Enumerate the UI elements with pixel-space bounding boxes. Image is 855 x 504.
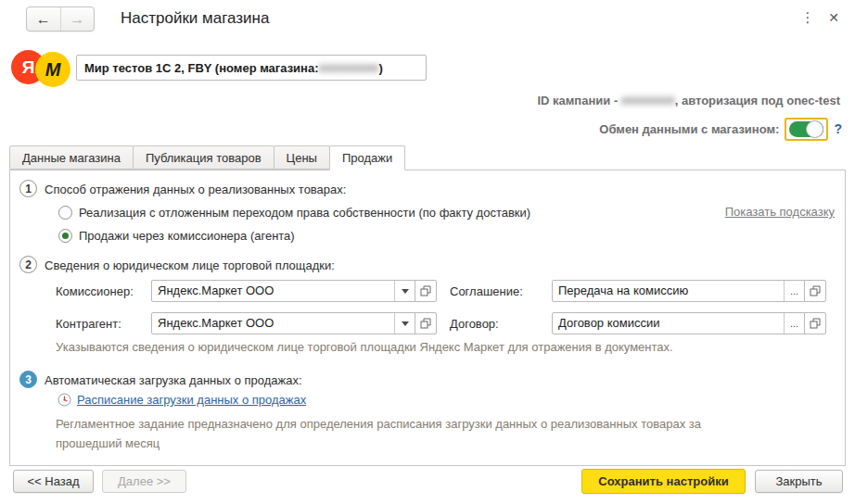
- store-name-text: Мир тестов 1С 2, FBY (номер магазина:: [84, 61, 319, 75]
- forward-button[interactable]: →: [61, 7, 95, 31]
- dogovor-field-group: Договор комиссии ...: [552, 312, 826, 334]
- chevron-down-icon: [402, 321, 409, 326]
- sales-schedule-link[interactable]: Расписание загрузки данных о продажах: [77, 393, 306, 407]
- campaign-suffix: , авторизация под onec-test: [675, 94, 840, 107]
- komissioner-input[interactable]: Яндекс.Маркет ООО: [152, 281, 394, 301]
- komissioner-dropdown-button[interactable]: [394, 281, 415, 301]
- back-button[interactable]: ←: [27, 7, 61, 31]
- soglashenie-label: Соглашение:: [450, 284, 523, 298]
- chevron-down-icon: [402, 289, 409, 294]
- store-name-suffix: ): [379, 61, 383, 75]
- market-letter: М: [45, 59, 61, 81]
- close-window-button[interactable]: Закрыть: [755, 470, 843, 493]
- soglashenie-select-button[interactable]: ...: [784, 281, 804, 301]
- dogovor-label: Договор:: [450, 317, 499, 331]
- step-3-badge: 3: [19, 371, 37, 388]
- yandex-letter: Я: [22, 57, 35, 78]
- radio-commission-sales[interactable]: [58, 229, 72, 243]
- step-3-title: Автоматическая загрузка данных о продажа…: [45, 373, 302, 387]
- komissioner-field-group: Яндекс.Маркет ООО: [151, 280, 437, 302]
- dogovor-select-button[interactable]: ...: [784, 313, 804, 334]
- open-form-icon: [420, 285, 431, 296]
- nav-history-group: ← →: [26, 6, 95, 32]
- schedule-link-row: Расписание загрузки данных о продажах: [57, 393, 306, 407]
- soglashenie-field-group: Передача на комиссию ...: [552, 280, 826, 302]
- kontragent-field-group: Яндекс.Маркет ООО: [151, 312, 437, 334]
- tab-sales[interactable]: Продажи: [329, 145, 405, 170]
- dogovor-input[interactable]: Договор комиссии: [553, 313, 784, 334]
- campaign-id-masked: ########: [621, 94, 675, 107]
- step-2-badge: 2: [19, 256, 37, 273]
- close-icon[interactable]: ✕: [822, 6, 846, 30]
- market-logo-icon: М: [35, 52, 70, 87]
- tab-prices[interactable]: Цены: [274, 145, 330, 170]
- radio-deferred-ownership[interactable]: [58, 206, 72, 220]
- next-step-button[interactable]: Далее >>: [102, 470, 186, 493]
- page-title: Настройки магазина: [121, 9, 269, 28]
- step-1-badge: 1: [19, 180, 37, 197]
- help-icon[interactable]: ?: [834, 121, 842, 136]
- open-form-icon: [420, 318, 431, 329]
- forward-icon: →: [70, 11, 84, 28]
- open-form-icon: [810, 285, 821, 296]
- tab-product-publication[interactable]: Публикация товаров: [133, 145, 274, 170]
- save-settings-button[interactable]: Сохранить настройки: [581, 469, 746, 494]
- back-icon: ←: [36, 11, 51, 28]
- clock-icon: [57, 393, 71, 407]
- campaign-prefix: ID кампании -: [537, 94, 620, 107]
- schedule-description: Регламентное задание предназначено для о…: [56, 414, 705, 453]
- radio-deferred-ownership-label[interactable]: Реализация с отложенным переходом права …: [79, 206, 530, 220]
- exchange-toggle[interactable]: [789, 121, 823, 137]
- tab-store-data[interactable]: Данные магазина: [9, 145, 134, 170]
- toggle-knob: [806, 120, 823, 138]
- step-2-title: Сведения о юридическом лице торговой пло…: [45, 258, 335, 272]
- legal-entity-note: Указываются сведения о юридическом лице …: [56, 340, 673, 354]
- store-number-masked: #########: [319, 61, 379, 75]
- kontragent-open-form-button[interactable]: [415, 312, 437, 334]
- kontragent-input[interactable]: Яндекс.Маркет ООО: [152, 313, 394, 334]
- komissioner-label: Комиссионер:: [56, 284, 134, 298]
- step-1-title: Способ отражения данных о реализованных …: [45, 183, 346, 196]
- soglashenie-input[interactable]: Передача на комиссию: [553, 281, 784, 301]
- show-hint-link[interactable]: Показать подсказку: [725, 205, 835, 219]
- kontragent-label: Контрагент:: [56, 317, 121, 331]
- kontragent-dropdown-button[interactable]: [394, 313, 415, 334]
- radio-commission-sales-label[interactable]: Продажи через комиссионера (агента): [79, 229, 295, 243]
- exchange-row: Обмен данными с магазином: ?: [599, 115, 842, 143]
- komissioner-open-form-button[interactable]: [415, 280, 437, 302]
- back-step-button[interactable]: << Назад: [13, 470, 94, 493]
- tab-bar: Данные магазина Публикация товаров Цены …: [9, 145, 404, 170]
- store-settings-window: ← → Настройки магазина ⋮ ✕ Я М Мир тесто…: [0, 0, 855, 504]
- dogovor-open-form-button[interactable]: [804, 312, 826, 334]
- kebab-menu-icon[interactable]: ⋮: [798, 6, 818, 30]
- store-name-field[interactable]: Мир тестов 1С 2, FBY (номер магазина: ##…: [76, 55, 427, 81]
- campaign-id-line: ID кампании - ########, авторизация под …: [537, 94, 840, 107]
- open-form-icon: [810, 318, 821, 329]
- exchange-toggle-label: Обмен данными с магазином:: [599, 122, 779, 136]
- soglashenie-open-form-button[interactable]: [804, 280, 826, 302]
- exchange-toggle-focus-frame: [785, 118, 828, 141]
